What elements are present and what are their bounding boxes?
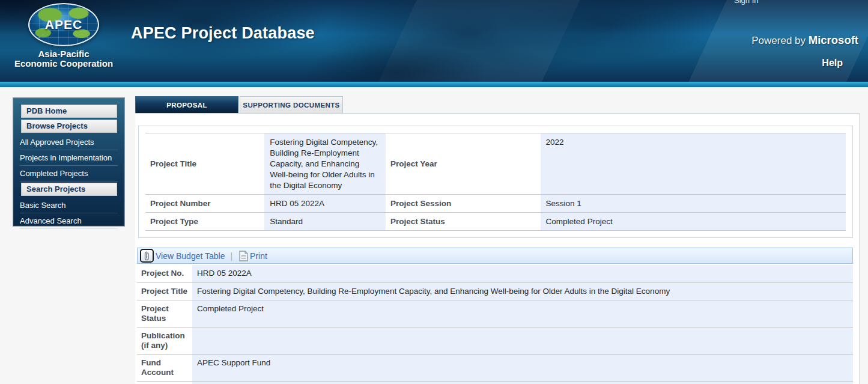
summary-label-project-session: Project Session bbox=[386, 195, 541, 213]
detail-label-fund-account: Fund Account bbox=[137, 354, 192, 381]
detail-value-project-title: Fostering Digital Competency, Building R… bbox=[192, 282, 853, 300]
print-icon[interactable] bbox=[238, 251, 249, 261]
summary-label-project-number: Project Number bbox=[145, 195, 264, 213]
detail-value-project-no: HRD 05 2022A bbox=[192, 265, 853, 282]
summary-row-number-session: Project Number HRD 05 2022A Project Sess… bbox=[145, 195, 846, 213]
detail-row-fund-account: Fund Account APEC Support Fund bbox=[137, 354, 853, 381]
apec-logo: APEC Asia-Pacific Economic Cooperation bbox=[0, 3, 127, 69]
sidebar-item-browse-projects[interactable]: Browse Projects bbox=[21, 120, 117, 133]
detail-value-publication bbox=[192, 327, 853, 354]
tab-proposal[interactable]: PROPOSAL bbox=[135, 96, 238, 113]
summary-row-title-year: Project Title Fostering Digital Competen… bbox=[145, 133, 846, 195]
summary-label-project-year: Project Year bbox=[386, 133, 541, 195]
page-title: APEC Project Database bbox=[131, 24, 315, 43]
summary-row-type-status: Project Type Standard Project Status Com… bbox=[145, 213, 846, 231]
powered-by-brand: Microsoft bbox=[809, 34, 858, 46]
detail-label-publication: Publication (if any) bbox=[137, 327, 192, 354]
toolbar-separator: | bbox=[230, 251, 232, 261]
main-content-panel: Project Title Fostering Digital Competen… bbox=[135, 113, 860, 384]
sign-in-link[interactable]: Sign In bbox=[734, 0, 758, 5]
logo-caption: Asia-Pacific Economic Cooperation bbox=[0, 49, 127, 69]
logo-word: APEC bbox=[45, 17, 82, 32]
logo-caption-line2: Economic Cooperation bbox=[0, 59, 127, 69]
summary-value-project-session: Session 1 bbox=[541, 195, 846, 213]
help-link[interactable]: Help bbox=[822, 58, 843, 69]
project-details-table: Project No. HRD 05 2022A Project Title F… bbox=[137, 265, 853, 384]
detail-row-sub-fund: Sub-fund ASF: APEC Cooperation on Combat… bbox=[137, 381, 853, 384]
view-budget-table-link[interactable]: View Budget Table bbox=[156, 251, 225, 261]
detail-value-project-status: Completed Project bbox=[192, 300, 853, 327]
sidebar-item-in-implementation[interactable]: Projects in Implementation bbox=[20, 150, 118, 166]
summary-value-project-title: Fostering Digital Competency, Building R… bbox=[264, 133, 386, 195]
tab-bar: PROPOSAL SUPPORTING DOCUMENTS bbox=[135, 96, 343, 113]
detail-row-project-title: Project Title Fostering Digital Competen… bbox=[137, 282, 853, 300]
summary-value-project-year: 2022 bbox=[541, 133, 846, 195]
summary-label-project-title: Project Title bbox=[145, 133, 264, 195]
paperclip-icon[interactable] bbox=[140, 249, 154, 263]
powered-by-prefix: Powered by bbox=[751, 35, 809, 46]
powered-by: Powered by Microsoft bbox=[751, 34, 858, 47]
detail-label-project-title: Project Title bbox=[137, 282, 192, 300]
site-header: Sign In APEC Asia-Pacific Economic Coope… bbox=[0, 0, 868, 82]
detail-label-project-status: Project Status bbox=[137, 300, 192, 327]
sidebar-item-pdb-home[interactable]: PDB Home bbox=[21, 105, 117, 118]
sidebar-item-search-projects[interactable]: Search Projects bbox=[21, 183, 117, 196]
summary-value-project-number: HRD 05 2022A bbox=[264, 195, 386, 213]
project-summary-table: Project Title Fostering Digital Competen… bbox=[145, 133, 846, 231]
header-accent-strip bbox=[0, 82, 868, 87]
document-toolbar: View Budget Table | Print bbox=[137, 248, 853, 264]
sidebar-nav: PDB Home Browse Projects All Approved Pr… bbox=[13, 98, 124, 226]
summary-value-project-status: Completed Project bbox=[541, 213, 846, 231]
sidebar-item-completed-projects[interactable]: Completed Projects bbox=[20, 166, 118, 181]
tab-supporting-documents[interactable]: SUPPORTING DOCUMENTS bbox=[240, 96, 343, 113]
apec-globe-icon: APEC bbox=[28, 3, 99, 46]
detail-label-sub-fund: Sub-fund bbox=[137, 381, 192, 384]
detail-row-project-status: Project Status Completed Project bbox=[137, 300, 853, 327]
detail-row-project-no: Project No. HRD 05 2022A bbox=[137, 265, 853, 282]
detail-label-project-no: Project No. bbox=[137, 265, 192, 282]
logo-caption-line1: Asia-Pacific bbox=[0, 49, 127, 59]
summary-label-project-type: Project Type bbox=[145, 213, 264, 231]
sidebar-item-advanced-search[interactable]: Advanced Search bbox=[20, 213, 118, 229]
sidebar-item-basic-search[interactable]: Basic Search bbox=[20, 198, 118, 213]
detail-row-publication: Publication (if any) bbox=[137, 327, 853, 354]
summary-label-project-status: Project Status bbox=[386, 213, 541, 231]
detail-value-sub-fund: ASF: APEC Cooperation on Combating COVID… bbox=[192, 381, 853, 384]
project-summary-box: Project Title Fostering Digital Competen… bbox=[138, 126, 853, 238]
sidebar-item-all-approved[interactable]: All Approved Projects bbox=[20, 135, 118, 150]
summary-value-project-type: Standard bbox=[264, 213, 386, 231]
print-link[interactable]: Print bbox=[250, 251, 267, 261]
detail-value-fund-account: APEC Support Fund bbox=[192, 354, 853, 381]
